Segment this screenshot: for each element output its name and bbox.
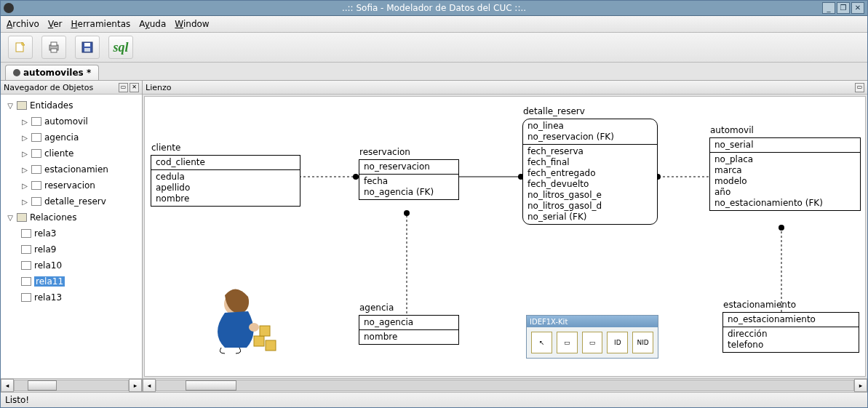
canvas-restore-icon[interactable]: ▭	[855, 83, 864, 92]
menu-ayuda[interactable]: Ayuda	[139, 19, 166, 29]
scroll-thumb[interactable]	[28, 380, 57, 391]
scroll-left-icon[interactable]: ◂	[143, 379, 156, 392]
save-button[interactable]	[75, 36, 100, 59]
expand-icon[interactable]: ▷	[21, 182, 28, 190]
sidebar-close-icon[interactable]: ✕	[130, 83, 139, 92]
sql-icon: sql	[113, 40, 128, 55]
pk-field: no_reservacion	[364, 161, 454, 172]
tree-item-cliente[interactable]: ▷cliente	[1, 145, 142, 161]
print-button[interactable]	[41, 36, 66, 59]
scroll-track[interactable]	[14, 380, 129, 391]
tree-item-automovil[interactable]: ▷automovil	[1, 113, 142, 129]
tree-item-estacionamien[interactable]: ▷estacionamien	[1, 161, 142, 177]
idef1x-toolbox[interactable]: IDEF1X-Kit ↖ ▭ ▭ ID NID	[526, 315, 658, 359]
entity-icon	[31, 149, 41, 158]
menu-herramientas[interactable]: Herramientas	[71, 19, 130, 29]
menu-archivo-label: rchivo	[12, 19, 39, 29]
tab-automoviles[interactable]: automoviles *	[5, 65, 99, 80]
entity-pk: no_agencia	[359, 316, 458, 330]
canvas-header: Lienzo ▭	[143, 81, 867, 95]
scroll-right-icon[interactable]: ▸	[129, 379, 142, 392]
svg-rect-5	[84, 43, 90, 47]
entity-cliente[interactable]: cliente cod_cliente cedula apellido nomb…	[151, 155, 300, 207]
attr-field: nombre	[364, 332, 454, 343]
menu-window[interactable]: Window	[175, 19, 209, 29]
scroll-track[interactable]	[156, 380, 854, 391]
menu-ver[interactable]: Ver	[48, 19, 63, 29]
relation-icon	[21, 229, 31, 238]
pk-field: no_reservacion (FK)	[527, 132, 653, 143]
scroll-left-icon[interactable]: ◂	[1, 379, 14, 392]
entity-reservacion[interactable]: reservacion no_reservacion fecha no_agen…	[359, 159, 459, 200]
scroll-thumb[interactable]	[186, 380, 236, 391]
collapse-icon[interactable]: ▽	[7, 102, 14, 110]
toolbox-select[interactable]: ↖	[531, 332, 552, 353]
entity-dep-tool-icon: ▭	[589, 339, 596, 346]
entity-pk: no_estacionamiento	[723, 313, 859, 327]
titlebar[interactable]: ..:: Sofia - Modelador de Datos del CUC …	[1, 1, 867, 16]
tree-item-rela10[interactable]: rela10	[1, 257, 142, 273]
svg-rect-6	[84, 48, 90, 52]
entity-pk: no_serial	[710, 138, 860, 153]
tree-item-rela13[interactable]: rela13	[1, 289, 142, 305]
menu-archivo[interactable]: Archivo	[7, 19, 39, 29]
toolbox-entity[interactable]: ▭	[557, 332, 578, 353]
attr-field: fech_entregado	[527, 168, 653, 179]
entity-icon	[31, 133, 41, 142]
attr-field: dirección	[728, 329, 854, 340]
tree-item-reservacion[interactable]: ▷reservacion	[1, 177, 142, 193]
attr-field: nombre	[156, 193, 295, 204]
tree-item-rela11[interactable]: rela11	[1, 273, 142, 289]
expand-icon[interactable]: ▷	[21, 134, 28, 142]
tree-item-rela9[interactable]: rela9	[1, 241, 142, 257]
expand-icon[interactable]: ▷	[21, 150, 28, 158]
toolbox-body: ↖ ▭ ▭ ID NID	[527, 327, 658, 358]
toolbox-title[interactable]: IDEF1X-Kit	[527, 316, 658, 327]
tree-label: Entidades	[30, 100, 73, 111]
expand-icon[interactable]: ▷	[21, 198, 28, 206]
scroll-right-icon[interactable]: ▸	[854, 379, 867, 392]
sql-button[interactable]: sql	[108, 36, 133, 59]
svg-point-16	[779, 225, 784, 231]
maximize-button[interactable]: ❐	[837, 2, 850, 14]
sidebar-restore-icon[interactable]: ▭	[119, 83, 128, 92]
tree-entidades[interactable]: ▽ Entidades	[1, 97, 142, 113]
pk-field: cod_cliente	[156, 157, 295, 168]
entity-detalle-reserv[interactable]: detalle_reserv no_linea no_reservacion (…	[522, 119, 658, 225]
entity-automovil[interactable]: automovil no_serial no_placa marca model…	[709, 137, 861, 211]
entity-title: cliente	[151, 143, 180, 153]
svg-point-18	[249, 323, 259, 332]
relation-icon	[21, 261, 31, 270]
sidebar-title: Navegador de Objetos	[4, 83, 93, 92]
new-button[interactable]	[8, 36, 33, 59]
tree-relaciones[interactable]: ▽ Relaciones	[1, 209, 142, 225]
toolbox-nid-rel[interactable]: NID	[632, 332, 653, 353]
sidebar-hscroll[interactable]: ◂ ▸	[1, 378, 142, 392]
expand-icon[interactable]: ▷	[21, 166, 28, 174]
canvas-hscroll[interactable]: ◂ ▸	[143, 378, 867, 392]
entity-estacionamiento[interactable]: estacionamiento no_estacionamiento direc…	[722, 312, 859, 353]
menubar: Archivo Ver Herramientas Ayuda Window	[1, 16, 867, 33]
window-title: ..:: Sofia - Modelador de Datos del CUC …	[342, 3, 526, 13]
entity-attrs: cedula apellido nombre	[151, 170, 300, 206]
minimize-button[interactable]: _	[822, 2, 835, 14]
canvas[interactable]: cliente cod_cliente cedula apellido nomb…	[144, 96, 866, 377]
entity-icon	[31, 181, 41, 190]
status-text: Listo!	[5, 395, 29, 405]
tree-item-detalle-reserv[interactable]: ▷detalle_reserv	[1, 193, 142, 209]
expand-icon[interactable]: ▷	[21, 118, 28, 126]
tree-item-agencia[interactable]: ▷agencia	[1, 129, 142, 145]
sidebar-header: Navegador de Objetos ▭ ✕	[1, 81, 142, 95]
entity-pk: no_linea no_reservacion (FK)	[523, 119, 657, 145]
toolbox-id-rel[interactable]: ID	[607, 332, 628, 353]
toolbox-entity-dep[interactable]: ▭	[582, 332, 603, 353]
attr-field: no_serial (FK)	[527, 212, 653, 223]
entity-agencia[interactable]: agencia no_agencia nombre	[359, 315, 459, 345]
folder-icon	[17, 213, 27, 222]
collapse-icon[interactable]: ▽	[7, 214, 14, 222]
tree-item-rela3[interactable]: rela3	[1, 225, 142, 241]
tree-label: rela13	[34, 292, 62, 303]
close-button[interactable]: ✕	[851, 2, 864, 14]
pk-field: no_estacionamiento	[728, 314, 854, 325]
object-tree[interactable]: ▽ Entidades ▷automovil ▷agencia ▷cliente…	[1, 95, 142, 378]
